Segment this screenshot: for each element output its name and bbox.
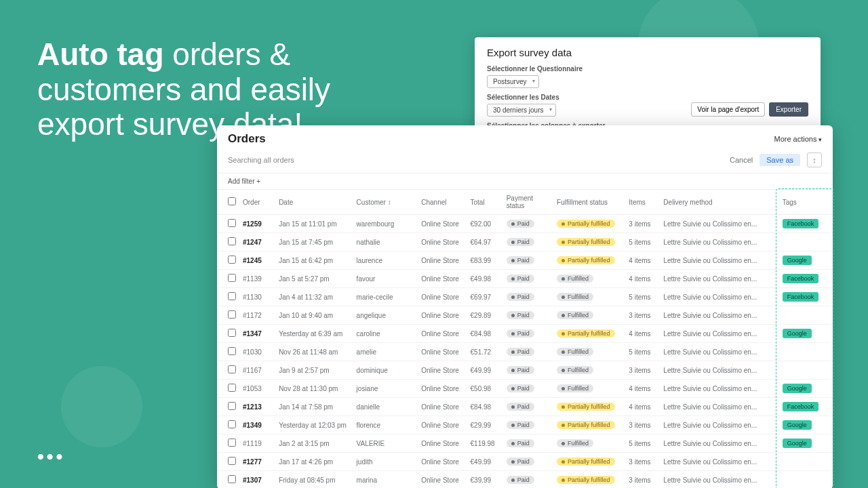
order-tags-cell: Google <box>780 434 833 453</box>
table-row[interactable]: #1030 Nov 26 at 11:48 am amelie Online S… <box>217 343 833 361</box>
more-actions-button[interactable]: More actions <box>774 135 823 143</box>
row-checkbox[interactable] <box>228 329 236 337</box>
th-total[interactable]: Total <box>468 190 504 215</box>
tag-badge: Google <box>783 439 812 448</box>
tag-badge: Facebook <box>783 219 819 228</box>
order-customer: amelie <box>354 343 419 361</box>
view-export-button[interactable]: Voir la page d'export <box>691 102 765 117</box>
row-checkbox[interactable] <box>228 384 236 392</box>
dates-select[interactable]: 30 derniers jours <box>487 104 556 117</box>
order-delivery: Lettre Suivie ou Colissimo en... <box>660 325 779 343</box>
order-customer: florence <box>354 416 419 434</box>
order-number: #1259 <box>240 215 276 233</box>
th-customer[interactable]: Customer ↕ <box>354 190 419 215</box>
export-title: Export survey data <box>487 47 808 58</box>
order-number: #1213 <box>240 398 276 416</box>
order-tags-cell <box>780 343 833 361</box>
row-checkbox[interactable] <box>228 365 236 373</box>
order-total: €29.89 <box>468 306 504 325</box>
order-total: €50.98 <box>468 380 504 398</box>
table-row[interactable]: #1347 Yesterday at 6:39 am caroline Onli… <box>217 325 833 343</box>
add-filter-button[interactable]: Add filter + <box>217 174 833 190</box>
table-row[interactable]: #1245 Jan 15 at 6:42 pm laurence Online … <box>217 251 833 270</box>
th-channel[interactable]: Channel <box>418 190 467 215</box>
orders-title: Orders <box>228 132 266 146</box>
saveas-button[interactable]: Save as <box>760 154 800 166</box>
table-row[interactable]: #1213 Jan 14 at 7:58 pm danielle Online … <box>217 398 833 416</box>
fulfillment-badge: Fulfilled <box>557 293 593 301</box>
order-tags-cell <box>780 361 833 380</box>
order-delivery: Lettre Suivie ou Colissimo en... <box>660 306 779 325</box>
order-number: #1347 <box>240 325 276 343</box>
row-checkbox[interactable] <box>228 237 236 245</box>
row-checkbox[interactable] <box>228 420 236 428</box>
order-date: Friday at 08:45 pm <box>276 471 353 489</box>
table-row[interactable]: #1119 Jan 2 at 3:15 pm VALERIE Online St… <box>217 434 833 453</box>
sort-button[interactable]: ↕ <box>807 152 822 167</box>
row-checkbox[interactable] <box>228 292 236 300</box>
th-items[interactable]: Items <box>626 190 660 215</box>
th-payment[interactable]: Payment status <box>504 190 554 215</box>
select-all-checkbox[interactable] <box>228 197 236 205</box>
payment-badge: Paid <box>507 220 534 228</box>
table-row[interactable]: #1139 Jan 5 at 5:27 pm favour Online Sto… <box>217 270 833 288</box>
order-delivery: Lettre Suivie ou Colissimo en... <box>660 215 779 233</box>
order-items: 4 items <box>626 398 660 416</box>
th-tags[interactable]: Tags <box>780 190 833 215</box>
payment-badge: Paid <box>507 311 534 319</box>
questionnaire-select[interactable]: Postsurvey <box>487 75 539 88</box>
table-row[interactable]: #1307 Friday at 08:45 pm marina Online S… <box>217 471 833 489</box>
row-checkbox[interactable] <box>228 475 236 483</box>
order-channel: Online Store <box>418 233 467 251</box>
row-checkbox[interactable] <box>228 219 236 227</box>
search-input[interactable]: Searching all orders <box>228 156 294 164</box>
table-row[interactable]: #1247 Jan 15 at 7:45 pm nathalie Online … <box>217 233 833 251</box>
table-row[interactable]: #1053 Nov 28 at 11:30 pm josiane Online … <box>217 380 833 398</box>
payment-badge: Paid <box>507 439 534 447</box>
row-checkbox[interactable] <box>228 439 236 447</box>
order-items: 5 items <box>626 233 660 251</box>
table-row[interactable]: #1277 Jan 17 at 4:26 pm judith Online St… <box>217 453 833 471</box>
row-checkbox[interactable] <box>228 310 236 319</box>
order-channel: Online Store <box>418 471 467 489</box>
order-date: Nov 28 at 11:30 pm <box>276 380 353 398</box>
row-checkbox[interactable] <box>228 347 236 355</box>
orders-panel: Orders More actions Searching all orders… <box>217 125 833 488</box>
order-number: #1247 <box>240 233 276 251</box>
order-total: €51.72 <box>468 343 504 361</box>
tag-badge: Google <box>783 256 812 265</box>
order-date: Jan 15 at 6:42 pm <box>276 251 353 270</box>
order-tags-cell <box>780 233 833 251</box>
order-date: Jan 4 at 11:32 am <box>276 288 353 306</box>
tag-badge: Facebook <box>783 274 819 283</box>
order-date: Jan 2 at 3:15 pm <box>276 434 353 453</box>
order-items: 5 items <box>626 343 660 361</box>
th-order[interactable]: Order <box>240 190 276 215</box>
th-fulfillment[interactable]: Fulfillment status <box>554 190 626 215</box>
row-checkbox[interactable] <box>228 274 236 282</box>
fulfillment-badge: Partially fulfilled <box>557 458 615 466</box>
th-delivery[interactable]: Delivery method <box>660 190 779 215</box>
table-row[interactable]: #1349 Yesterday at 12:03 pm florence Onl… <box>217 416 833 434</box>
order-delivery: Lettre Suivie ou Colissimo en... <box>660 270 779 288</box>
order-customer: caroline <box>354 325 419 343</box>
questionnaire-label: Sélectionner le Questionnaire <box>487 65 808 73</box>
th-date[interactable]: Date <box>276 190 353 215</box>
order-delivery: Lettre Suivie ou Colissimo en... <box>660 398 779 416</box>
table-row[interactable]: #1259 Jan 15 at 11:01 pm warembourg Onli… <box>217 215 833 233</box>
order-customer: judith <box>354 453 419 471</box>
table-row[interactable]: #1167 Jan 9 at 2:57 pm dominique Online … <box>217 361 833 380</box>
cancel-button[interactable]: Cancel <box>730 156 753 164</box>
order-channel: Online Store <box>418 361 467 380</box>
order-date: Jan 5 at 5:27 pm <box>276 270 353 288</box>
row-checkbox[interactable] <box>228 402 236 410</box>
orders-table: Order Date Customer ↕ Channel Total Paym… <box>217 190 833 488</box>
order-total: €29.99 <box>468 416 504 434</box>
row-checkbox[interactable] <box>228 457 236 465</box>
table-row[interactable]: #1130 Jan 4 at 11:32 am marie-cecile Onl… <box>217 288 833 306</box>
row-checkbox[interactable] <box>228 256 236 264</box>
order-channel: Online Store <box>418 453 467 471</box>
order-number: #1307 <box>240 471 276 489</box>
export-button[interactable]: Exporter <box>769 102 808 117</box>
table-row[interactable]: #1172 Jan 10 at 9:40 am angelique Online… <box>217 306 833 325</box>
